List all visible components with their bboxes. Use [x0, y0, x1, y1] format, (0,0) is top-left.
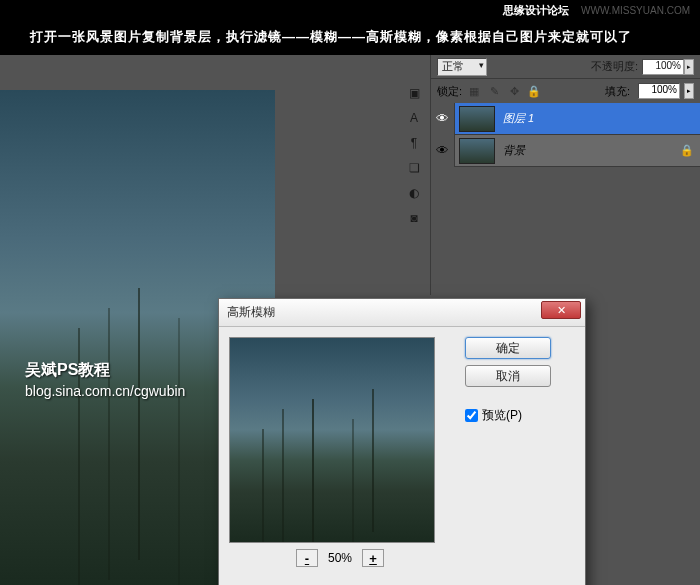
lock-paint-icon[interactable]: ✎ [486, 83, 502, 99]
visibility-eye-icon[interactable]: 👁 [431, 135, 455, 167]
site-logo: 思缘设计论坛 [503, 4, 569, 16]
cancel-button[interactable]: 取消 [465, 365, 551, 387]
tool-icon[interactable]: ◐ [401, 181, 427, 205]
visibility-eye-icon[interactable]: 👁 [431, 103, 455, 135]
type-tool-icon[interactable]: A [401, 106, 427, 130]
layer-item[interactable]: 👁 背景 🔒 [431, 135, 700, 167]
lock-position-icon[interactable]: ✥ [506, 83, 522, 99]
tool-icon[interactable]: ◙ [401, 206, 427, 230]
preview-checkbox[interactable] [465, 409, 478, 422]
layers-panel: 正常 不透明度: 100% ▸ 锁定: ▦ ✎ ✥ 🔒 填充: 100% ▸ 👁… [430, 55, 700, 295]
workspace: 吴斌PS教程 blog.sina.com.cn/cgwubin ▣ A ¶ ❏ … [0, 55, 700, 585]
lock-transparent-icon[interactable]: ▦ [466, 83, 482, 99]
watermark-main: 吴斌PS教程 [25, 360, 110, 381]
ok-button[interactable]: 确定 [465, 337, 551, 359]
layer-name[interactable]: 图层 1 [499, 111, 700, 126]
layer-thumbnail[interactable] [459, 138, 495, 164]
dialog-title-text: 高斯模糊 [227, 304, 275, 321]
opacity-input[interactable]: 100% [642, 59, 684, 75]
blur-preview[interactable] [229, 337, 435, 543]
close-button[interactable]: ✕ [541, 301, 581, 319]
tool-icon[interactable]: ▣ [401, 81, 427, 105]
site-url: WWW.MISSYUAN.COM [581, 5, 690, 16]
close-icon: ✕ [557, 304, 566, 317]
chevron-right-icon[interactable]: ▸ [684, 59, 694, 75]
fill-label: 填充: [605, 84, 630, 99]
fill-input[interactable]: 100% [638, 83, 680, 99]
zoom-value: 50% [328, 551, 352, 565]
tool-column: ▣ A ¶ ❏ ◐ ◙ [400, 80, 428, 231]
layer-thumbnail[interactable] [459, 106, 495, 132]
opacity-label: 不透明度: [591, 59, 638, 74]
dialog-titlebar[interactable]: 高斯模糊 ✕ [219, 299, 585, 327]
lock-label: 锁定: [437, 84, 462, 99]
paragraph-tool-icon[interactable]: ¶ [401, 131, 427, 155]
layer-item[interactable]: 👁 图层 1 [431, 103, 700, 135]
preview-label-text: 预览(P) [482, 407, 522, 424]
tutorial-instruction: 打开一张风景图片复制背景层，执行滤镜——模糊——高斯模糊，像素根据自己图片来定就… [0, 20, 700, 54]
layer-name[interactable]: 背景 [499, 143, 680, 158]
tool-icon[interactable]: ❏ [401, 156, 427, 180]
layers-list: 👁 图层 1 👁 背景 🔒 [431, 103, 700, 167]
watermark-sub: blog.sina.com.cn/cgwubin [25, 383, 185, 399]
blend-mode-dropdown[interactable]: 正常 [437, 58, 487, 76]
lock-all-icon[interactable]: 🔒 [526, 83, 542, 99]
zoom-in-button[interactable]: + [362, 549, 384, 567]
preview-checkbox-label[interactable]: 预览(P) [465, 407, 551, 424]
zoom-out-button[interactable]: - [296, 549, 318, 567]
chevron-right-icon[interactable]: ▸ [684, 83, 694, 99]
lock-icon: 🔒 [680, 144, 700, 157]
gaussian-blur-dialog: 高斯模糊 ✕ - 50% + 确定 取消 预览(P) [218, 298, 586, 585]
